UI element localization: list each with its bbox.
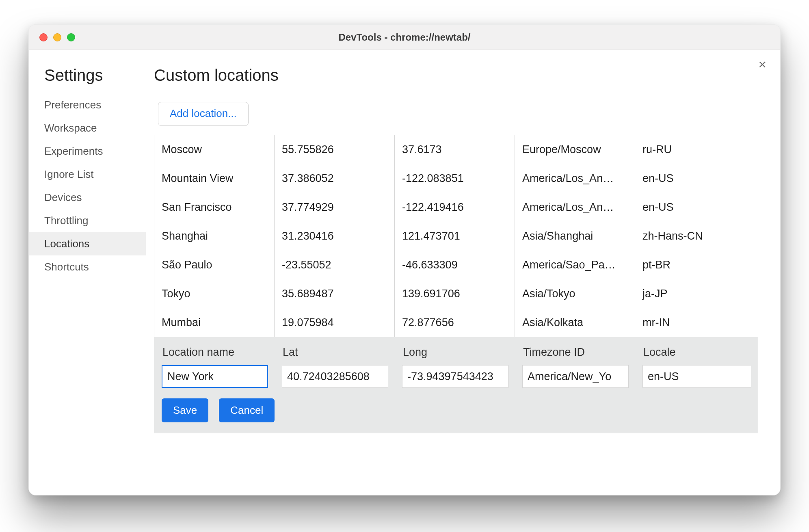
cell-lat: 31.230416 bbox=[275, 222, 395, 251]
editor-header-locale: Locale bbox=[635, 337, 758, 361]
cell-timezone: Asia/Tokyo bbox=[515, 279, 635, 308]
cell-locale: en-US bbox=[635, 164, 758, 193]
cell-long: 72.877656 bbox=[395, 308, 515, 337]
save-button[interactable]: Save bbox=[162, 398, 208, 422]
cell-locale: en-US bbox=[635, 193, 758, 222]
minimize-window-button[interactable] bbox=[53, 33, 61, 41]
zoom-window-button[interactable] bbox=[67, 33, 75, 41]
location-editor: Location name Lat Long Timezone ID Local… bbox=[154, 337, 758, 433]
lat-input[interactable] bbox=[282, 365, 388, 388]
table-row[interactable]: San Francisco37.774929-122.419416America… bbox=[154, 193, 758, 222]
titlebar: DevTools - chrome://newtab/ bbox=[29, 25, 780, 50]
devtools-window: DevTools - chrome://newtab/ × Settings P… bbox=[28, 24, 781, 495]
cell-lat: 37.774929 bbox=[275, 193, 395, 222]
cancel-button[interactable]: Cancel bbox=[219, 398, 275, 422]
cell-timezone: America/Sao_Pa… bbox=[515, 251, 635, 279]
cell-name: Mountain View bbox=[154, 164, 275, 193]
editor-header-name: Location name bbox=[154, 337, 275, 361]
cell-timezone: America/Los_An… bbox=[515, 193, 635, 222]
editor-header-lat: Lat bbox=[275, 337, 395, 361]
cell-long: -122.419416 bbox=[395, 193, 515, 222]
cell-locale: pt-BR bbox=[635, 251, 758, 279]
sidebar-item-throttling[interactable]: Throttling bbox=[29, 209, 146, 232]
cell-name: Shanghai bbox=[154, 222, 275, 251]
page-title: Custom locations bbox=[154, 66, 758, 92]
cell-name: Mumbai bbox=[154, 308, 275, 337]
editor-header: Location name Lat Long Timezone ID Local… bbox=[154, 337, 758, 361]
cell-lat: 35.689487 bbox=[275, 279, 395, 308]
editor-header-tz: Timezone ID bbox=[515, 337, 635, 361]
locale-input[interactable] bbox=[642, 365, 751, 388]
cell-long: 121.473701 bbox=[395, 222, 515, 251]
cell-locale: mr-IN bbox=[635, 308, 758, 337]
sidebar-item-experiments[interactable]: Experiments bbox=[29, 140, 146, 163]
cell-timezone: Europe/Moscow bbox=[515, 135, 635, 164]
cell-locale: ja-JP bbox=[635, 279, 758, 308]
cell-name: Tokyo bbox=[154, 279, 275, 308]
cell-timezone: America/Los_An… bbox=[515, 164, 635, 193]
cell-lat: 37.386052 bbox=[275, 164, 395, 193]
cell-locale: ru-RU bbox=[635, 135, 758, 164]
table-row[interactable]: Tokyo35.689487139.691706Asia/Tokyoja-JP bbox=[154, 279, 758, 308]
cell-lat: 19.075984 bbox=[275, 308, 395, 337]
window-controls bbox=[29, 33, 75, 41]
settings-main-panel: Custom locations Add location... Moscow5… bbox=[146, 50, 780, 495]
cell-timezone: Asia/Shanghai bbox=[515, 222, 635, 251]
editor-header-long: Long bbox=[395, 337, 515, 361]
sidebar-item-ignore-list[interactable]: Ignore List bbox=[29, 163, 146, 186]
table-row[interactable]: Mountain View37.386052-122.083851America… bbox=[154, 164, 758, 193]
timezone-input[interactable] bbox=[522, 365, 629, 388]
cell-lat: 55.755826 bbox=[275, 135, 395, 164]
cell-long: 37.6173 bbox=[395, 135, 515, 164]
cell-long: -122.083851 bbox=[395, 164, 515, 193]
sidebar-item-workspace[interactable]: Workspace bbox=[29, 117, 146, 140]
settings-sidebar-title: Settings bbox=[29, 66, 146, 93]
close-icon[interactable]: × bbox=[758, 57, 766, 71]
close-window-button[interactable] bbox=[39, 33, 48, 41]
editor-actions: Save Cancel bbox=[154, 389, 758, 433]
sidebar-item-devices[interactable]: Devices bbox=[29, 186, 146, 209]
table-row[interactable]: Mumbai19.07598472.877656Asia/Kolkatamr-I… bbox=[154, 308, 758, 337]
cell-name: São Paulo bbox=[154, 251, 275, 279]
locations-table: Moscow55.75582637.6173Europe/Moscowru-RU… bbox=[154, 135, 758, 433]
location-name-input[interactable] bbox=[162, 365, 268, 388]
cell-lat: -23.55052 bbox=[275, 251, 395, 279]
window-title: DevTools - chrome://newtab/ bbox=[29, 32, 780, 43]
cell-locale: zh-Hans-CN bbox=[635, 222, 758, 251]
table-row[interactable]: São Paulo-23.55052-46.633309America/Sao_… bbox=[154, 251, 758, 279]
sidebar-item-locations[interactable]: Locations bbox=[29, 232, 146, 255]
cell-timezone: Asia/Kolkata bbox=[515, 308, 635, 337]
add-location-button[interactable]: Add location... bbox=[158, 102, 249, 126]
cell-long: 139.691706 bbox=[395, 279, 515, 308]
cell-name: Moscow bbox=[154, 135, 275, 164]
table-row[interactable]: Shanghai31.230416121.473701Asia/Shanghai… bbox=[154, 222, 758, 251]
settings-sidebar: Settings PreferencesWorkspaceExperiments… bbox=[29, 50, 146, 495]
settings-body: × Settings PreferencesWorkspaceExperimen… bbox=[29, 50, 780, 495]
editor-inputs bbox=[154, 361, 758, 389]
cell-name: San Francisco bbox=[154, 193, 275, 222]
sidebar-item-preferences[interactable]: Preferences bbox=[29, 93, 146, 117]
table-row[interactable]: Moscow55.75582637.6173Europe/Moscowru-RU bbox=[154, 135, 758, 164]
sidebar-item-shortcuts[interactable]: Shortcuts bbox=[29, 255, 146, 279]
cell-long: -46.633309 bbox=[395, 251, 515, 279]
long-input[interactable] bbox=[402, 365, 508, 388]
